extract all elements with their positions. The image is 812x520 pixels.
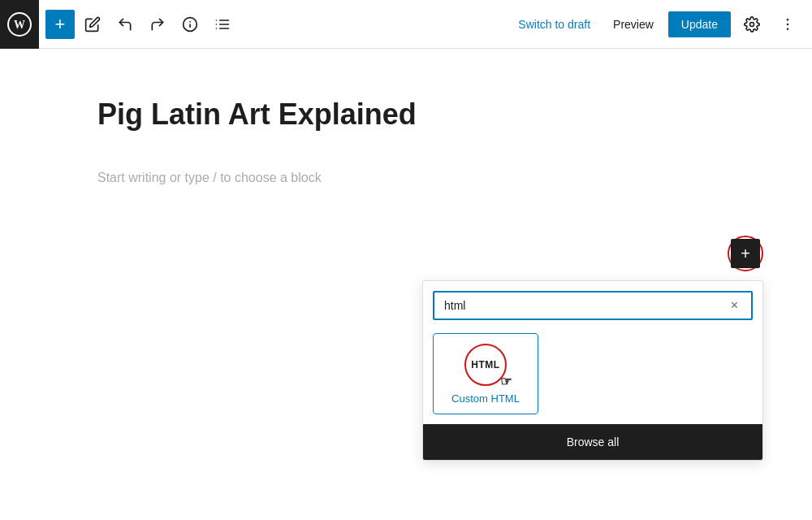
- settings-button[interactable]: [737, 10, 767, 39]
- svg-point-13: [787, 23, 789, 25]
- svg-point-12: [787, 18, 789, 20]
- edit-icon-button[interactable]: [78, 10, 107, 39]
- add-block-toolbar-button[interactable]: +: [45, 10, 75, 39]
- toolbar-right: Switch to draft Preview Update: [510, 10, 802, 39]
- more-options-button[interactable]: [773, 10, 802, 39]
- add-block-circle: +: [728, 236, 763, 271]
- toolbar: W +: [0, 0, 812, 49]
- post-title[interactable]: Pig Latin Art Explained: [97, 98, 715, 132]
- list-view-button[interactable]: [208, 10, 237, 39]
- block-results: HTML ☞ Custom HTML: [423, 327, 762, 424]
- custom-html-block-label: Custom HTML: [451, 392, 520, 405]
- switch-to-draft-button[interactable]: Switch to draft: [510, 13, 598, 36]
- block-search-input[interactable]: [444, 299, 728, 312]
- block-inserter-dropdown: × HTML ☞ Custom HTML Browse all: [422, 280, 763, 461]
- search-clear-button[interactable]: ×: [728, 299, 741, 312]
- redo-button[interactable]: [143, 10, 172, 39]
- toolbar-left: +: [45, 10, 510, 39]
- custom-html-block-item[interactable]: HTML ☞ Custom HTML: [433, 333, 538, 414]
- editor-area: Pig Latin Art Explained Start writing or…: [0, 49, 812, 240]
- svg-point-14: [787, 28, 789, 30]
- info-button[interactable]: [175, 10, 205, 39]
- search-box: ×: [423, 281, 762, 327]
- browse-all-button[interactable]: Browse all: [423, 424, 762, 460]
- block-placeholder[interactable]: Start writing or type / to choose a bloc…: [97, 164, 715, 192]
- update-button[interactable]: Update: [668, 11, 731, 37]
- cursor-icon: ☞: [500, 374, 512, 389]
- search-input-wrapper: ×: [433, 291, 753, 320]
- add-block-button[interactable]: +: [731, 239, 760, 268]
- block-icon-text: HTML: [471, 359, 499, 370]
- custom-html-block-icon: HTML ☞: [464, 344, 507, 386]
- undo-button[interactable]: [110, 10, 140, 39]
- wp-logo: W: [0, 0, 39, 49]
- preview-button[interactable]: Preview: [605, 13, 662, 36]
- svg-point-11: [750, 22, 754, 26]
- svg-text:W: W: [14, 19, 25, 31]
